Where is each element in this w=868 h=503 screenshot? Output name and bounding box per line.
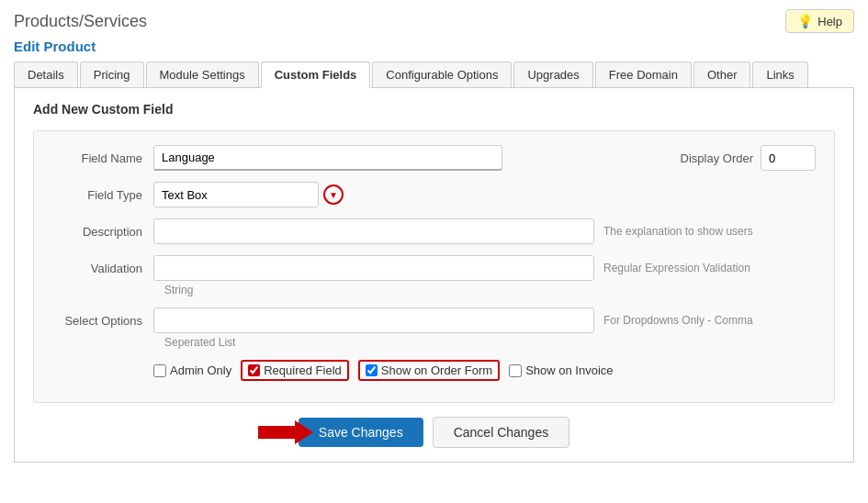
- help-button[interactable]: 💡 Help: [785, 9, 854, 33]
- save-button[interactable]: Save Changes: [299, 418, 423, 447]
- dropdown-circle-icon[interactable]: ▼: [323, 184, 344, 205]
- section-title: Add New Custom Field: [33, 102, 835, 117]
- admin-only-checkbox[interactable]: [153, 364, 166, 377]
- required-field-label: Required Field: [264, 363, 342, 377]
- page-title: Products/Services: [14, 12, 147, 31]
- tab-links[interactable]: Links: [752, 61, 807, 87]
- tab-free-domain[interactable]: Free Domain: [595, 61, 692, 87]
- show-order-form-label: Show on Order Form: [381, 363, 492, 377]
- select-options-hint: For Dropdowns Only - Comma: [603, 314, 753, 327]
- show-order-form-group: Show on Order Form: [358, 360, 500, 381]
- display-order-label: Display Order: [681, 151, 753, 165]
- field-name-row: Field Name Display Order: [52, 145, 816, 171]
- tab-details[interactable]: Details: [14, 61, 78, 87]
- validation-label: Validation: [52, 262, 153, 275]
- admin-only-label: Admin Only: [170, 363, 231, 377]
- field-type-label: Field Type: [52, 188, 153, 202]
- select-options-input[interactable]: [153, 307, 594, 333]
- select-options-inner: Select Options For Dropdowns Only - Comm…: [52, 307, 816, 333]
- tabs-bar: Details Pricing Module Settings Custom F…: [14, 61, 854, 88]
- bulb-icon: 💡: [797, 14, 813, 28]
- page-wrapper: Products/Services 💡 Help Edit Product De…: [0, 0, 868, 503]
- field-type-container: ▼: [153, 182, 344, 207]
- show-order-form-checkbox[interactable]: [366, 364, 378, 376]
- description-hint: The explanation to show users: [603, 225, 753, 238]
- tab-other[interactable]: Other: [693, 61, 751, 87]
- description-input[interactable]: [153, 218, 594, 244]
- validation-inner: Validation Regular Expression Validation: [52, 255, 816, 281]
- edit-product-label: Edit Product: [14, 39, 854, 54]
- main-content: Add New Custom Field Field Name Display …: [14, 88, 854, 463]
- tab-module-settings[interactable]: Module Settings: [146, 61, 259, 87]
- tab-upgrades[interactable]: Upgrades: [513, 61, 592, 87]
- show-invoice-checkbox[interactable]: [509, 364, 522, 377]
- admin-only-group: Admin Only: [153, 363, 231, 377]
- tab-pricing[interactable]: Pricing: [80, 61, 144, 87]
- tab-custom-fields[interactable]: Custom Fields: [261, 61, 371, 88]
- footer-row: Save Changes Cancel Changes: [33, 403, 835, 453]
- select-options-sub-hint: Seperated List: [164, 336, 816, 349]
- required-field-group: Required Field: [241, 360, 349, 381]
- validation-hint: Regular Expression Validation: [603, 262, 750, 274]
- checkboxes-row: Admin Only Required Field Show on Order …: [153, 360, 816, 381]
- page-header: Products/Services 💡 Help: [14, 9, 854, 33]
- validation-input[interactable]: [153, 255, 594, 281]
- show-invoice-label: Show on Invoice: [525, 363, 613, 377]
- cancel-button[interactable]: Cancel Changes: [433, 417, 570, 448]
- select-options-row: Select Options For Dropdowns Only - Comm…: [52, 307, 816, 349]
- field-type-row: Field Type ▼: [52, 182, 816, 207]
- select-options-label: Select Options: [52, 314, 153, 328]
- validation-sub-hint: String: [164, 284, 816, 296]
- tab-configurable-options[interactable]: Configurable Options: [372, 61, 512, 87]
- validation-row: Validation Regular Expression Validation…: [52, 255, 816, 296]
- form-area: Field Name Display Order Field Type ▼ De…: [33, 130, 835, 403]
- svg-marker-0: [258, 420, 313, 444]
- display-order-input[interactable]: [761, 145, 816, 171]
- required-field-checkbox[interactable]: [248, 364, 260, 376]
- description-label: Description: [52, 225, 153, 239]
- field-name-label: Field Name: [52, 151, 153, 165]
- arrow-icon: [258, 419, 313, 446]
- show-invoice-group: Show on Invoice: [509, 363, 613, 377]
- help-label: Help: [817, 15, 842, 28]
- field-type-input[interactable]: [153, 182, 319, 207]
- description-row: Description The explanation to show user…: [52, 218, 816, 244]
- field-name-input[interactable]: [153, 145, 502, 171]
